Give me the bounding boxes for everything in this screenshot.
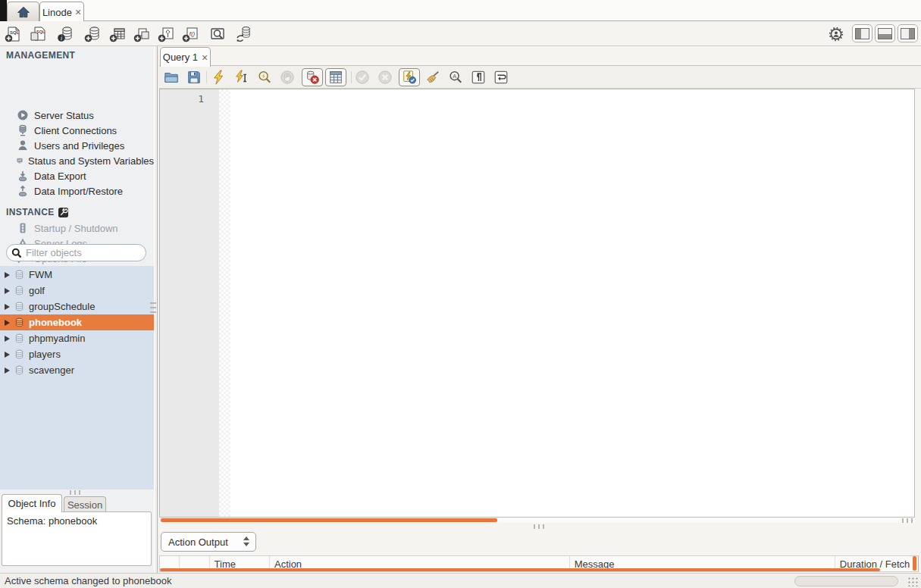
schema-row-phpmyadmin[interactable]: phpmyadmin [0,330,154,346]
schema-icon [14,302,24,311]
execute-bolt-icon [211,70,227,85]
create-schema-button[interactable] [83,24,102,44]
search-table-data-button[interactable] [208,24,227,44]
expander-icon[interactable] [5,320,10,326]
sidebar-item-data-export[interactable]: Data Export [0,168,154,183]
sidebar-item-data-import-restore[interactable]: Data Import/Restore [0,183,154,199]
schema-filter-input[interactable] [26,247,132,258]
schema-row-golf[interactable]: golf [0,283,154,299]
open-sql-script-icon: SQL [29,25,47,43]
expander-icon[interactable] [5,336,10,342]
sidebar-item-client-connections[interactable]: Client Connections [0,123,154,138]
create-table-button[interactable] [108,24,127,44]
close-icon[interactable]: × [75,8,81,16]
find-button[interactable]: A [446,68,465,86]
sql-editor[interactable]: 1 [159,89,915,518]
expander-icon[interactable] [5,304,10,310]
schema-row-players[interactable]: players [0,346,154,362]
schema-icon [14,349,24,359]
expander-icon[interactable] [5,272,10,278]
sidebar-item-server-status[interactable]: Server Status [0,108,154,123]
reconnect-dbms-button[interactable] [233,24,253,44]
execute-button[interactable] [210,68,228,86]
explain-button[interactable] [255,68,274,86]
limit-rows-icon [328,70,343,85]
preferences-button[interactable] [826,24,846,44]
toggle-left-panel-button[interactable] [852,24,872,42]
open-sql-script-button[interactable]: SQL [28,24,48,44]
instance-header-label: INSTANCE [6,207,55,217]
sidebar-item-users-and-privileges[interactable]: Users and Privileges [0,138,154,153]
execute-current-button[interactable] [233,68,251,86]
editor-horizontal-scrollbar[interactable] [159,518,915,523]
sidebar-item-label: Status and System Variables [28,155,154,167]
execute-current-icon [234,70,249,85]
sidebar-item-startup-shutdown[interactable]: Startup / Shutdown [0,220,154,236]
schema-row-fwm[interactable]: FWM [0,267,154,283]
stop-button[interactable] [278,68,296,86]
toggle-stop-on-error-button[interactable] [302,68,323,86]
splitter-grip[interactable] [150,302,156,316]
schema-row-phonebook[interactable]: phonebook [0,314,154,330]
tab-object-info[interactable]: Object Info [2,494,62,512]
output-type-select[interactable]: Action Output [161,532,256,552]
schema-filter[interactable] [6,244,146,261]
spinner-arrows-icon[interactable] [243,536,249,546]
create-view-icon [133,25,151,43]
splitter-line [157,46,158,573]
output-horizontal-scrollbar[interactable] [160,568,880,571]
expander-icon[interactable] [5,352,10,358]
home-tab[interactable] [7,2,39,21]
sidebar-item-status-system-variables[interactable]: Status and System Variables [0,153,154,168]
commit-button[interactable] [353,68,371,86]
editor-text-area[interactable] [230,89,914,517]
output-splitter-grip[interactable] [534,524,547,529]
explain-icon [257,70,272,85]
action-output-panel: Action Output Time Action Message Durati… [159,531,921,573]
create-function-button[interactable]: f() [180,24,200,44]
schema-name: golf [29,285,45,296]
startup-shutdown-icon [17,222,29,234]
rollback-button[interactable] [376,68,394,86]
toggle-bottom-panel-button[interactable] [875,24,895,42]
expander-icon[interactable] [5,288,10,294]
limit-rows-button[interactable] [325,68,346,86]
toggle-right-panel-button[interactable] [898,24,918,42]
schema-name: groupSchedule [29,301,95,312]
create-view-button[interactable] [132,24,152,44]
svg-text:A: A [453,73,456,80]
schema-row-groupschedule[interactable]: groupSchedule [0,299,154,314]
toggle-autocommit-button[interactable] [399,68,420,86]
reconnect-dbms-icon [234,25,252,43]
output-vertical-scrollbar[interactable] [913,556,916,571]
open-script-button[interactable] [162,68,180,86]
tab-label: Object Info [8,498,56,509]
tab-session[interactable]: Session [64,496,106,512]
connection-tab-linode[interactable]: Linode × [39,2,84,22]
create-stored-procedure-button[interactable] [156,24,176,44]
sidebar-splitter[interactable] [154,46,159,573]
tab-query-1[interactable]: Query 1 × [160,47,211,67]
progress-indicator [794,576,898,586]
sidebar-splitter-grip[interactable] [70,490,83,495]
save-icon [186,70,202,85]
editor-corner-grip[interactable] [902,518,916,523]
schema-row-scavenger[interactable]: scavenger [0,362,154,378]
save-script-button[interactable] [185,68,203,86]
inspect-database-button[interactable]: i [55,24,75,44]
resize-grip[interactable] [907,577,919,586]
new-sql-tab-button[interactable]: SQL [3,24,23,44]
scrollbar-thumb[interactable] [161,518,497,522]
toggle-wrap-button[interactable] [492,68,510,86]
search-table-data-icon [208,25,227,43]
beautify-button[interactable] [424,68,442,86]
management-section-header: MANAGEMENT [6,49,75,61]
commit-check-icon [355,70,370,85]
sidebar-item-label: Client Connections [34,125,117,136]
client-connections-icon [17,124,29,136]
close-icon[interactable]: × [202,54,208,61]
show-invisibles-button[interactable] [469,68,487,86]
window-corner [0,0,7,21]
expander-icon[interactable] [5,368,10,374]
schema-tree: FWM golf groupSchedule phonebook phpmyad… [0,266,154,489]
